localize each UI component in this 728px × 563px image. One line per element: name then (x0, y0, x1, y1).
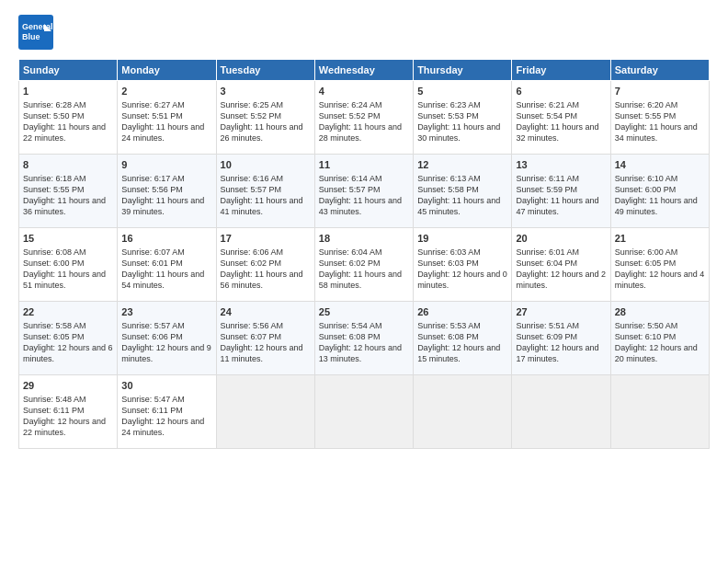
sunrise-label: Sunrise: 6:20 AM (615, 100, 678, 109)
day-number: 21 (615, 232, 705, 246)
sunrise-label: Sunrise: 6:10 AM (615, 174, 678, 183)
day-cell: 12Sunrise: 6:13 AMSunset: 5:58 PMDayligh… (414, 155, 512, 228)
daylight-label: Daylight: 12 hours and 2 minutes. (516, 270, 606, 290)
day-number: 17 (221, 232, 311, 246)
day-number: 11 (319, 158, 409, 172)
day-number: 8 (23, 158, 113, 172)
day-number: 5 (417, 85, 507, 98)
day-cell: 15Sunrise: 6:08 AMSunset: 6:00 PMDayligh… (19, 228, 118, 302)
sunrise-label: Sunrise: 6:07 AM (121, 247, 185, 257)
page: General Blue SundayMondayTuesdayWednesda… (0, 0, 728, 563)
sunset-label: Sunset: 6:08 PM (417, 332, 479, 341)
daylight-label: Daylight: 11 hours and 45 minutes. (417, 196, 500, 216)
sunset-label: Sunset: 6:01 PM (121, 259, 183, 268)
day-cell: 25Sunrise: 5:54 AMSunset: 6:08 PMDayligh… (314, 302, 413, 375)
sunrise-label: Sunrise: 6:17 AM (121, 174, 185, 183)
sunset-label: Sunset: 5:55 PM (23, 185, 85, 194)
day-number: 27 (516, 305, 606, 319)
day-number: 26 (417, 305, 507, 319)
sunrise-label: Sunrise: 5:56 AM (221, 321, 284, 330)
sunset-label: Sunset: 6:07 PM (221, 332, 282, 341)
sunset-label: Sunset: 6:00 PM (615, 185, 677, 194)
daylight-label: Daylight: 11 hours and 24 minutes. (121, 122, 204, 143)
sunrise-label: Sunrise: 6:04 AM (319, 247, 382, 257)
sunset-label: Sunset: 5:56 PM (121, 185, 183, 194)
sunset-label: Sunset: 6:09 PM (516, 332, 577, 341)
day-cell: 22Sunrise: 5:58 AMSunset: 6:05 PMDayligh… (19, 302, 118, 375)
sunrise-label: Sunrise: 5:50 AM (615, 321, 678, 330)
daylight-label: Daylight: 12 hours and 17 minutes. (516, 343, 598, 363)
sunset-label: Sunset: 5:58 PM (417, 185, 479, 194)
day-cell (610, 375, 709, 449)
day-cell: 21Sunrise: 6:00 AMSunset: 6:05 PMDayligh… (610, 228, 709, 302)
sunset-label: Sunset: 6:06 PM (121, 332, 183, 341)
day-number: 18 (319, 232, 409, 246)
daylight-label: Daylight: 11 hours and 32 minutes. (516, 122, 598, 143)
sunrise-label: Sunrise: 6:23 AM (417, 100, 481, 109)
day-cell (414, 375, 512, 449)
sunrise-label: Sunrise: 6:01 AM (516, 247, 579, 257)
day-cell (216, 375, 314, 449)
day-number: 15 (23, 232, 113, 246)
day-header-tuesday: Tuesday (216, 60, 314, 81)
calendar-table: SundayMondayTuesdayWednesdayThursdayFrid… (18, 59, 710, 449)
day-cell: 17Sunrise: 6:06 AMSunset: 6:02 PMDayligh… (216, 228, 314, 302)
sunset-label: Sunset: 6:02 PM (319, 259, 381, 268)
sunrise-label: Sunrise: 6:08 AM (23, 247, 86, 257)
day-cell: 23Sunrise: 5:57 AMSunset: 6:06 PMDayligh… (118, 302, 216, 375)
day-number: 6 (516, 85, 606, 98)
logo: General Blue (18, 15, 53, 50)
sunset-label: Sunset: 6:11 PM (23, 406, 85, 415)
day-header-wednesday: Wednesday (314, 60, 413, 81)
daylight-label: Daylight: 11 hours and 56 minutes. (221, 270, 303, 290)
svg-text:Blue: Blue (22, 32, 40, 41)
sunset-label: Sunset: 5:50 PM (23, 111, 85, 121)
calendar-header-row: SundayMondayTuesdayWednesdayThursdayFrid… (19, 60, 710, 81)
sunset-label: Sunset: 5:54 PM (516, 111, 577, 121)
daylight-label: Daylight: 12 hours and 20 minutes. (615, 343, 698, 363)
day-cell: 5Sunrise: 6:23 AMSunset: 5:53 PMDaylight… (414, 81, 512, 155)
sunrise-label: Sunrise: 6:14 AM (319, 174, 382, 183)
day-cell: 1Sunrise: 6:28 AMSunset: 5:50 PMDaylight… (19, 81, 118, 155)
daylight-label: Daylight: 12 hours and 11 minutes. (221, 343, 303, 363)
day-cell: 14Sunrise: 6:10 AMSunset: 6:00 PMDayligh… (610, 155, 709, 228)
daylight-label: Daylight: 11 hours and 41 minutes. (221, 196, 303, 216)
sunset-label: Sunset: 6:10 PM (615, 332, 677, 341)
day-header-sunday: Sunday (19, 60, 118, 81)
day-cell (314, 375, 413, 449)
day-cell: 16Sunrise: 6:07 AMSunset: 6:01 PMDayligh… (118, 228, 216, 302)
sunrise-label: Sunrise: 5:48 AM (23, 395, 86, 404)
day-cell: 3Sunrise: 6:25 AMSunset: 5:52 PMDaylight… (216, 81, 314, 155)
day-number: 23 (121, 305, 211, 319)
daylight-label: Daylight: 12 hours and 24 minutes. (121, 417, 204, 437)
day-number: 4 (319, 85, 409, 98)
day-cell: 2Sunrise: 6:27 AMSunset: 5:51 PMDaylight… (118, 81, 216, 155)
sunrise-label: Sunrise: 6:25 AM (221, 100, 284, 109)
day-number: 7 (615, 85, 705, 98)
daylight-label: Daylight: 11 hours and 43 minutes. (319, 196, 402, 216)
week-row-2: 15Sunrise: 6:08 AMSunset: 6:00 PMDayligh… (19, 228, 710, 302)
week-row-3: 22Sunrise: 5:58 AMSunset: 6:05 PMDayligh… (19, 302, 710, 375)
day-number: 24 (221, 305, 311, 319)
day-cell: 4Sunrise: 6:24 AMSunset: 5:52 PMDaylight… (314, 81, 413, 155)
sunrise-label: Sunrise: 5:54 AM (319, 321, 382, 330)
sunset-label: Sunset: 5:51 PM (121, 111, 183, 121)
day-number: 1 (23, 85, 113, 98)
daylight-label: Daylight: 11 hours and 34 minutes. (615, 122, 698, 143)
sunrise-label: Sunrise: 6:13 AM (417, 174, 481, 183)
day-header-friday: Friday (512, 60, 610, 81)
week-row-1: 8Sunrise: 6:18 AMSunset: 5:55 PMDaylight… (19, 155, 710, 228)
daylight-label: Daylight: 12 hours and 9 minutes. (121, 343, 211, 363)
sunset-label: Sunset: 6:08 PM (319, 332, 381, 341)
day-number: 9 (121, 158, 211, 172)
sunset-label: Sunset: 5:53 PM (417, 111, 479, 121)
daylight-label: Daylight: 12 hours and 13 minutes. (319, 343, 402, 363)
daylight-label: Daylight: 11 hours and 58 minutes. (319, 270, 402, 290)
day-number: 14 (615, 158, 705, 172)
day-header-saturday: Saturday (610, 60, 709, 81)
sunset-label: Sunset: 6:05 PM (23, 332, 85, 341)
sunrise-label: Sunrise: 6:27 AM (121, 100, 185, 109)
week-row-4: 29Sunrise: 5:48 AMSunset: 6:11 PMDayligh… (19, 375, 710, 449)
sunset-label: Sunset: 6:05 PM (615, 259, 677, 268)
day-cell: 13Sunrise: 6:11 AMSunset: 5:59 PMDayligh… (512, 155, 610, 228)
